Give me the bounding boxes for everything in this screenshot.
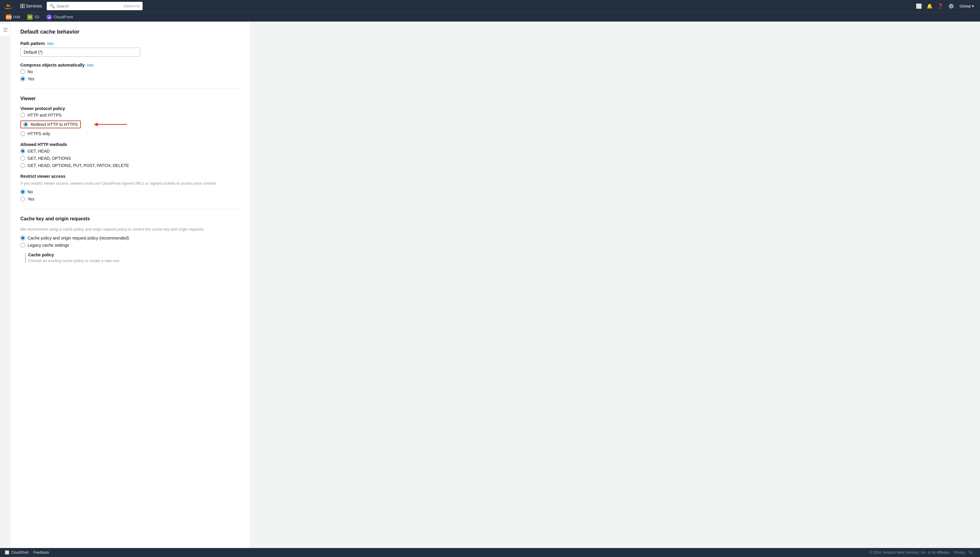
indent-line — [25, 253, 26, 263]
svg-marker-1 — [94, 123, 97, 126]
s3-label: S3 — [34, 15, 39, 19]
cache-description: We recommend using a cache policy and or… — [20, 226, 240, 232]
search-input[interactable] — [57, 4, 122, 8]
path-pattern-group: Path pattern Info — [20, 41, 240, 57]
legacy-cache-label: Legacy cache settings — [28, 243, 69, 248]
compress-objects-group: Compress objects automatically Info No Y… — [20, 63, 240, 81]
settings-icon[interactable]: ⚙️ — [946, 2, 956, 11]
divider-1 — [20, 88, 240, 89]
compress-yes-option[interactable]: Yes — [20, 77, 240, 81]
divider-2 — [20, 208, 240, 209]
get-head-label: GET, HEAD — [28, 149, 50, 153]
viewer-protocol-group: Viewer protocol policy HTTP and HTTPS Re… — [20, 106, 240, 136]
redirect-http-label: Redirect HTTP to HTTPS — [31, 122, 78, 127]
sidebar-toggle[interactable]: ☰ — [0, 24, 11, 36]
bell-icon[interactable]: 🔔 — [925, 2, 935, 11]
get-head-options-option[interactable]: GET, HEAD, OPTIONS — [20, 156, 240, 161]
legacy-cache-option[interactable]: Legacy cache settings — [20, 243, 240, 248]
restrict-viewer-radio-group: No Yes — [20, 189, 240, 202]
cache-section-title: Cache key and origin requests — [20, 216, 240, 221]
cache-policy-option[interactable]: Cache policy and origin request policy (… — [20, 236, 240, 240]
get-head-radio[interactable] — [20, 149, 25, 153]
subnav-item-iam[interactable]: IAM IAM — [3, 13, 23, 21]
restrict-viewer-label: Restrict viewer access — [20, 174, 240, 179]
subnav-item-s3[interactable]: S3 S3 — [25, 13, 42, 21]
s3-badge: S3 — [27, 15, 32, 20]
legacy-cache-radio[interactable] — [20, 243, 25, 248]
compress-objects-label: Compress objects automatically Info — [20, 63, 240, 67]
restrict-no-label: No — [28, 189, 33, 194]
terminal-icon[interactable]: ⬜ — [914, 2, 924, 11]
services-label: Services — [26, 3, 42, 8]
redirect-highlight-box: Redirect HTTP to HTTPS — [20, 121, 81, 128]
viewer-section-title: Viewer — [20, 96, 240, 101]
indent-content: Cache policy Choose an existing cache po… — [28, 252, 240, 263]
cf-badge: ☁ — [46, 15, 52, 20]
restrict-viewer-group: Restrict viewer access If you restrict v… — [20, 174, 240, 202]
restrict-yes-radio[interactable] — [20, 197, 25, 202]
hamburger-icon: ☰ — [3, 27, 8, 33]
compress-no-option[interactable]: No — [20, 69, 240, 74]
search-icon: 🔍 — [50, 3, 55, 8]
redirect-http-radio[interactable] — [23, 122, 28, 127]
subnav: IAM IAM S3 S3 ☁ CloudFront — [0, 12, 980, 21]
cache-policy-sub-desc: Choose an existing cache policy or creat… — [28, 258, 240, 263]
http-https-radio[interactable] — [20, 113, 25, 117]
cache-policy-radio[interactable] — [20, 236, 25, 240]
subnav-item-cloudfront[interactable]: ☁ CloudFront — [44, 13, 75, 21]
compress-no-label: No — [28, 69, 33, 74]
compress-no-radio[interactable] — [20, 69, 25, 74]
global-button[interactable]: Global ▾ — [957, 3, 977, 10]
get-head-options-label: GET, HEAD, OPTIONS — [28, 156, 71, 161]
restrict-yes-option[interactable]: Yes — [20, 197, 240, 202]
section-title: Default cache behavior — [20, 29, 240, 35]
get-head-options-all-label: GET, HEAD, OPTIONS, PUT, POST, PATCH, DE… — [28, 163, 129, 168]
arrow-svg — [88, 120, 130, 129]
compress-yes-label: Yes — [28, 77, 34, 81]
cache-policy-sub: Cache policy Choose an existing cache po… — [25, 252, 240, 263]
content-panel: Default cache behavior Path pattern Info… — [11, 21, 250, 548]
right-panel — [250, 21, 980, 548]
cloudfront-label: CloudFront — [54, 15, 73, 19]
restrict-yes-label: Yes — [28, 197, 34, 202]
question-icon[interactable]: ❓ — [936, 2, 945, 11]
arrow-annotation — [88, 120, 130, 129]
services-button[interactable]: Services — [18, 2, 44, 10]
viewer-protocol-label: Viewer protocol policy — [20, 106, 240, 111]
iam-badge: IAM — [6, 15, 11, 20]
search-shortcut: [Option+S] — [124, 4, 139, 8]
iam-label: IAM — [13, 15, 20, 19]
allowed-http-group: Allowed HTTP methods GET, HEAD GET, HEAD… — [20, 142, 240, 168]
grid-icon — [20, 4, 24, 8]
cache-policy-label: Cache policy and origin request policy (… — [28, 236, 129, 240]
restrict-no-option[interactable]: No — [20, 189, 240, 194]
aws-logo[interactable] — [3, 3, 15, 9]
path-pattern-input[interactable] — [20, 48, 140, 57]
cache-radio-group: Cache policy and origin request policy (… — [20, 236, 240, 248]
cache-policy-sub-label: Cache policy — [28, 252, 240, 257]
https-only-label: HTTPS only — [28, 131, 50, 136]
get-head-options-all-option[interactable]: GET, HEAD, OPTIONS, PUT, POST, PATCH, DE… — [20, 163, 240, 168]
top-navbar: Services 🔍 [Option+S] ⬜ 🔔 ❓ ⚙️ Global ▾ — [0, 0, 980, 12]
compress-info-link[interactable]: Info — [87, 63, 94, 67]
restrict-viewer-description: If you restrict viewer access, viewers m… — [20, 181, 240, 186]
get-head-option[interactable]: GET, HEAD — [20, 149, 240, 153]
main-wrapper: Default cache behavior Path pattern Info… — [0, 21, 980, 548]
allowed-http-radio-group: GET, HEAD GET, HEAD, OPTIONS GET, HEAD, … — [20, 149, 240, 168]
search-bar[interactable]: 🔍 [Option+S] — [47, 2, 143, 10]
cache-section: Cache key and origin requests We recomme… — [20, 216, 240, 263]
https-only-option[interactable]: HTTPS only — [20, 131, 240, 136]
http-https-option[interactable]: HTTP and HTTPS — [20, 113, 240, 117]
navbar-right: ⬜ 🔔 ❓ ⚙️ Global ▾ — [914, 2, 977, 11]
compress-yes-radio[interactable] — [20, 77, 25, 81]
compress-radio-group: No Yes — [20, 69, 240, 81]
viewer-protocol-radio-group: HTTP and HTTPS Redirect HTTP to HTTPS — [20, 113, 240, 136]
get-head-options-all-radio[interactable] — [20, 163, 25, 168]
redirect-http-option[interactable]: Redirect HTTP to HTTPS — [20, 120, 240, 129]
restrict-no-radio[interactable] — [20, 189, 25, 194]
path-pattern-label: Path pattern Info — [20, 41, 240, 46]
allowed-http-label: Allowed HTTP methods — [20, 142, 240, 147]
path-pattern-info-link[interactable]: Info — [47, 41, 54, 46]
https-only-radio[interactable] — [20, 131, 25, 136]
get-head-options-radio[interactable] — [20, 156, 25, 161]
